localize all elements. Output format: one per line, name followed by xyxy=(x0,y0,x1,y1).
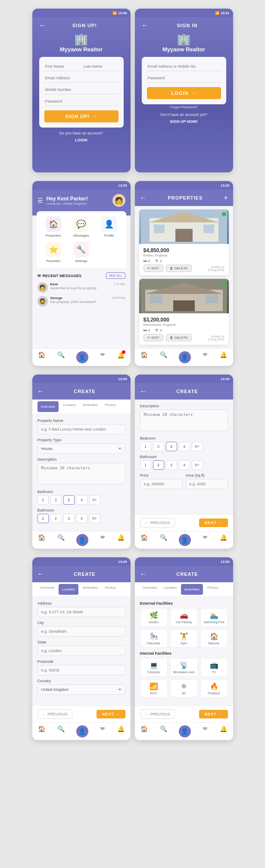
bedroom2-1-btn[interactable]: 1 xyxy=(140,442,151,451)
email-input-signup[interactable] xyxy=(44,74,118,83)
next-btn-2[interactable]: NEXT → xyxy=(199,518,228,527)
see-all-btn[interactable]: SEE ALL xyxy=(106,272,125,279)
lastname-input[interactable] xyxy=(83,62,118,71)
tab-amenities-loc[interactable]: Amenities xyxy=(79,582,101,596)
nav-home-c2[interactable]: 🏠 xyxy=(140,534,148,546)
tab-location-loc[interactable]: Location xyxy=(59,584,78,595)
nav-profile-props[interactable]: 👤 xyxy=(179,351,191,363)
signup-now-link[interactable]: SIGN UP NOW! xyxy=(170,119,197,124)
bathroom-4-btn[interactable]: 4 xyxy=(76,514,87,523)
bathroom-2-btn[interactable]: 2 xyxy=(50,514,62,523)
nav-heart-c1[interactable]: ❤ xyxy=(100,534,105,546)
amenity-garden[interactable]: 🌿 Garden xyxy=(140,608,168,627)
nav-search[interactable]: 🔍 xyxy=(57,351,65,363)
bedroom-5plus-btn[interactable]: 5+ xyxy=(89,495,100,505)
nav-search-c1[interactable]: 🔍 xyxy=(57,534,65,546)
nav-profile[interactable]: 👤 xyxy=(76,351,88,363)
amenity-computer[interactable]: 💻 Computer xyxy=(140,658,168,677)
nav-heart-loc[interactable]: ❤ xyxy=(100,725,105,737)
area-input[interactable] xyxy=(186,479,228,489)
nav-notif-am[interactable]: 🔔 xyxy=(220,725,227,737)
prev-btn-location[interactable]: ← PREVIOUS xyxy=(37,709,73,719)
nav-home-loc[interactable]: 🏠 xyxy=(38,725,45,737)
tab-photos-1[interactable]: Photos xyxy=(101,400,119,414)
messages-item[interactable]: 💬 Messages xyxy=(69,216,93,237)
nav-notif[interactable]: 🔔 xyxy=(117,351,125,363)
tab-photos-am[interactable]: Photos xyxy=(204,582,221,596)
bathroom-5plus-btn[interactable]: 5+ xyxy=(89,514,100,523)
nav-notif-loc[interactable]: 🔔 xyxy=(117,725,125,737)
nav-home-props[interactable]: 🏠 xyxy=(140,351,148,363)
message-item-george[interactable]: 🧔 George this property 100% furnished? y… xyxy=(37,296,125,306)
tab-overview-am[interactable]: Overview xyxy=(139,582,160,596)
nav-home[interactable]: 🏠 xyxy=(38,351,45,363)
nav-heart-props[interactable]: ❤ xyxy=(203,351,208,363)
nav-search-am[interactable]: 🔍 xyxy=(160,725,167,737)
nav-profile-loc[interactable]: 👤 xyxy=(76,725,88,737)
back-arrow-create2[interactable]: ← xyxy=(140,387,147,395)
nav-notif-props[interactable]: 🔔 xyxy=(220,351,227,363)
bedroom2-5plus-btn[interactable]: 5+ xyxy=(192,442,203,451)
email-mobile-input[interactable] xyxy=(147,62,221,71)
bathroom-3-btn[interactable]: 3 xyxy=(63,514,75,523)
bathroom2-1-btn[interactable]: 1 xyxy=(140,460,151,470)
description-textarea-1[interactable] xyxy=(37,463,125,484)
properties-item[interactable]: 🏠 Properties xyxy=(42,216,65,237)
delete-btn-1[interactable]: 🗑 DELETE xyxy=(166,265,192,272)
bedroom2-4-btn[interactable]: 4 xyxy=(179,442,190,451)
amenity-swimming-pool[interactable]: 🏊 Swimming Pool xyxy=(200,608,228,627)
login-link[interactable]: LOGIN xyxy=(75,138,87,142)
tab-amenities-1[interactable]: Amenities xyxy=(79,400,101,414)
tab-location-1[interactable]: Location xyxy=(59,400,79,414)
nav-heart-c2[interactable]: ❤ xyxy=(203,534,208,546)
amenity-fireplace[interactable]: 🔥 Fireplace xyxy=(200,679,228,698)
mobile-input-signup[interactable] xyxy=(44,85,118,94)
profile-item[interactable]: 👤 Profile xyxy=(97,216,121,237)
bathroom2-4-btn[interactable]: 4 xyxy=(179,460,190,470)
nav-search-props[interactable]: 🔍 xyxy=(160,351,167,363)
edit-btn-1[interactable]: ✏ EDIT xyxy=(143,265,163,272)
nav-search-loc[interactable]: 🔍 xyxy=(57,725,65,737)
amenity-wifi[interactable]: 📶 Wi-Fi xyxy=(140,679,168,698)
bedroom-4-btn[interactable]: 4 xyxy=(76,495,87,505)
property-name-input[interactable] xyxy=(37,424,125,434)
nav-profile-am[interactable]: 👤 xyxy=(179,725,191,737)
bedroom-1-btn[interactable]: 1 xyxy=(37,495,49,505)
password-input-signin[interactable] xyxy=(147,74,221,83)
bedroom-2-btn[interactable]: 2 xyxy=(50,495,62,505)
message-item-kent[interactable]: 🧑 Kent would like to buy this property..… xyxy=(37,282,125,293)
firstname-input[interactable] xyxy=(44,62,80,71)
signup-button[interactable]: SIGN UP! → xyxy=(44,110,118,122)
menu-icon[interactable]: ☰ xyxy=(37,197,43,204)
prev-btn-2[interactable]: ← PREVIOUS xyxy=(140,518,175,528)
amenity-microwave[interactable]: 📡 Microwave oven xyxy=(170,658,198,677)
nav-notif-c2[interactable]: 🔔 xyxy=(220,534,227,546)
back-arrow-amenities[interactable]: ← xyxy=(140,570,147,578)
back-arrow-signup[interactable]: ← xyxy=(39,22,46,29)
nav-home-am[interactable]: 🏠 xyxy=(140,725,148,737)
city-input[interactable] xyxy=(37,626,125,637)
forgot-password-link[interactable]: Forgot Password? xyxy=(170,105,198,109)
tab-overview-1[interactable]: Overview xyxy=(37,401,59,412)
bathroom2-3-btn[interactable]: 3 xyxy=(166,460,177,470)
bathroom-1-btn[interactable]: 1 xyxy=(37,514,49,523)
user-avatar[interactable]: 🧑 xyxy=(112,194,125,207)
property-type-select[interactable]: House Apartment Villa xyxy=(37,443,125,454)
amenity-tv[interactable]: 📺 TV xyxy=(200,658,228,677)
bathroom2-2-btn[interactable]: 2 xyxy=(153,460,164,470)
postcode-input[interactable] xyxy=(37,665,125,675)
tab-amenities-am[interactable]: Amenities xyxy=(181,584,203,595)
add-property-btn[interactable]: + xyxy=(224,194,228,202)
next-btn-location[interactable]: NEXT → xyxy=(97,710,125,718)
delete-btn-2[interactable]: 🗑 DELETE xyxy=(166,334,192,341)
back-arrow-props[interactable]: ← xyxy=(140,194,147,202)
back-arrow-create1[interactable]: ← xyxy=(37,387,44,395)
tab-overview-loc[interactable]: Overview xyxy=(37,582,58,596)
amenity-play-area[interactable]: 🎠 Play Area xyxy=(140,629,168,648)
login-button[interactable]: LOGIN → xyxy=(147,87,221,99)
back-arrow-location[interactable]: ← xyxy=(37,570,44,578)
amenity-ac[interactable]: ❄ AC xyxy=(170,679,198,698)
nav-home-c1[interactable]: 🏠 xyxy=(38,534,45,546)
nav-profile-c1[interactable]: 👤 xyxy=(76,534,88,546)
bedroom2-3-btn[interactable]: 3 xyxy=(166,442,177,451)
